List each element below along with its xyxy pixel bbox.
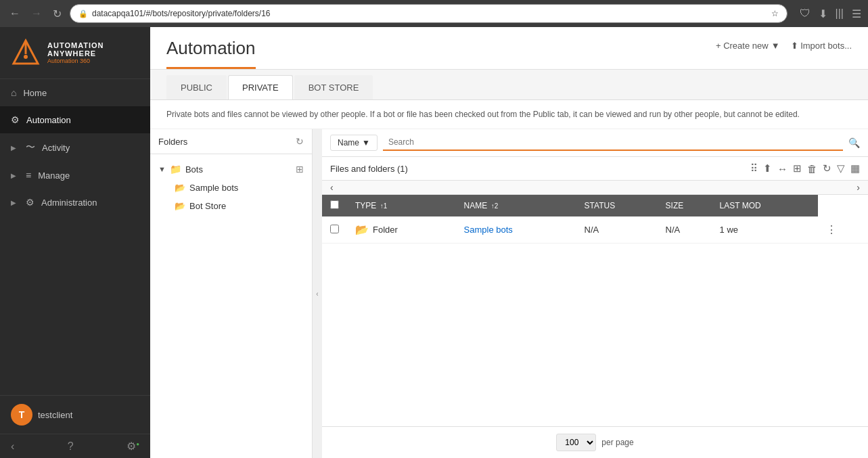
user-name: testclient <box>38 410 72 420</box>
help-icon[interactable]: ? <box>68 440 74 453</box>
multiselect-icon[interactable]: ⠿ <box>750 162 758 175</box>
scroll-row: ‹ › <box>322 181 868 195</box>
bot-store-folder-icon: 📂 <box>175 201 185 211</box>
tabs-row: PUBLIC PRIVATE BOT STORE <box>150 70 868 100</box>
sidebar-item-administration[interactable]: ▶ ⚙ Administration <box>0 189 150 216</box>
name-sort-label: Name <box>338 138 359 147</box>
row-status-cell: N/A <box>576 216 658 244</box>
status-icon[interactable]: ⚙● <box>127 440 139 453</box>
logo-line2: ANYWHERE <box>47 49 104 58</box>
per-page-label: per page <box>601 438 633 447</box>
search-input[interactable] <box>383 135 843 151</box>
library-icon[interactable]: ||| <box>836 7 844 20</box>
row-checkbox[interactable] <box>330 225 339 233</box>
reload-button[interactable]: ↻ <box>50 5 64 23</box>
delete-icon[interactable]: 🗑 <box>807 163 817 175</box>
admin-icon: ⚙ <box>26 197 35 208</box>
row-checkbox-cell <box>322 216 347 244</box>
admin-expand-arrow: ▶ <box>11 199 16 206</box>
logo-area: AUTOMATION ANYWHERE Automation 360 <box>0 27 150 79</box>
row-actions-cell: ⋮ <box>818 216 868 244</box>
sidebar-item-activity[interactable]: ▶ 〜 Activity <box>0 133 150 162</box>
bots-expand-icon: ▼ <box>158 165 166 173</box>
shield-icon[interactable]: 🛡 <box>800 7 810 20</box>
row-size-cell: N/A <box>658 216 712 244</box>
sample-bots-folder-label: Sample bots <box>189 183 238 193</box>
files-actions: ⠿ ⬆ ↔ ⊞ 🗑 ↻ ▽ ▦ <box>750 162 860 175</box>
status-header[interactable]: STATUS <box>576 195 658 216</box>
filter-icon[interactable]: ⊞ <box>793 162 802 175</box>
collapse-sidebar-icon[interactable]: ‹ <box>11 440 14 453</box>
address-bar[interactable]: 🔒 datacapqa101/#/bots/repository/private… <box>70 4 787 23</box>
move-icon[interactable]: ↔ <box>777 163 787 175</box>
sidebar-bottom-bar: ‹ ? ⚙● <box>0 434 150 458</box>
files-count-bar: Files and folders (1) ⠿ ⬆ ↔ ⊞ 🗑 ↻ ▽ ▦ <box>322 157 868 181</box>
create-new-dropdown-icon: ▼ <box>771 41 780 51</box>
create-new-button[interactable]: + Create new ▼ <box>716 41 780 51</box>
folder-item-sample-bots[interactable]: 📂 Sample bots <box>150 179 312 197</box>
sidebar-item-automation[interactable]: ⚙ Automation <box>0 106 150 133</box>
sidebar: AUTOMATION ANYWHERE Automation 360 ⌂ Hom… <box>0 27 150 458</box>
tab-public[interactable]: PUBLIC <box>166 75 227 99</box>
sidebar-item-label-home: Home <box>23 88 47 98</box>
back-button[interactable]: ← <box>7 5 23 22</box>
row-lastmod-cell: 1 we <box>712 216 818 244</box>
sidebar-item-label-activity: Activity <box>42 143 70 153</box>
type-header[interactable]: TYPE ↑1 <box>347 195 456 216</box>
scroll-right-arrow[interactable]: › <box>856 182 860 193</box>
folders-refresh-icon[interactable]: ↻ <box>296 136 304 147</box>
bot-store-folder-label: Bot Store <box>189 201 226 211</box>
folders-tree: ▼ 📁 Bots ⊞ 📂 Sample bots 📂 Bot Store <box>150 154 312 458</box>
select-all-checkbox[interactable] <box>330 200 339 209</box>
size-header[interactable]: SIZE <box>658 195 712 216</box>
name-sort-dropdown-icon: ▼ <box>362 138 370 147</box>
row-name-cell[interactable]: Sample bots <box>456 216 576 244</box>
aa-logo <box>11 38 41 68</box>
table-row: 📂 Folder Sample bots N/A <box>322 216 868 244</box>
user-avatar: T <box>11 404 32 426</box>
name-sort-button[interactable]: Name ▼ <box>330 135 378 151</box>
name-header[interactable]: NAME ↑2 <box>456 195 576 216</box>
download-icon[interactable]: ⬇ <box>819 7 827 20</box>
tab-bot-store[interactable]: BOT STORE <box>294 75 373 99</box>
new-folder-icon[interactable]: ⊞ <box>296 164 304 175</box>
bookmark-icon[interactable]: ☆ <box>771 9 779 18</box>
sample-bots-folder-icon: 📂 <box>175 183 185 193</box>
row-more-actions-icon[interactable]: ⋮ <box>826 224 837 235</box>
bots-folder-icon: 📁 <box>170 164 181 175</box>
forward-button[interactable]: → <box>28 5 45 22</box>
svg-point-2 <box>24 55 28 59</box>
folders-header: Folders ↻ <box>150 129 312 154</box>
scroll-left-arrow[interactable]: ‹ <box>330 182 334 193</box>
sidebar-item-home[interactable]: ⌂ Home <box>0 79 150 106</box>
tab-private[interactable]: PRIVATE <box>228 75 293 99</box>
manage-expand-arrow: ▶ <box>11 172 16 179</box>
header-actions: + Create new ▼ ⬆ Import bots... <box>716 38 852 51</box>
info-banner: Private bots and files cannot be viewed … <box>150 100 868 129</box>
sidebar-item-manage[interactable]: ▶ ≡ Manage <box>0 162 150 189</box>
row-type-cell: 📂 Folder <box>347 216 456 244</box>
panel-collapse-arrow[interactable]: ‹ <box>313 129 322 458</box>
upload-icon[interactable]: ⬆ <box>763 162 772 175</box>
import-bots-label: ⬆ Import bots... <box>791 41 852 51</box>
refresh-icon[interactable]: ↻ <box>823 162 831 175</box>
folders-title: Folders <box>158 137 187 147</box>
browser-chrome: ← → ↻ 🔒 datacapqa101/#/bots/repository/p… <box>0 0 868 27</box>
grid-view-icon[interactable]: ▦ <box>850 162 860 175</box>
menu-icon[interactable]: ☰ <box>852 7 861 20</box>
table-body: 📂 Folder Sample bots N/A <box>322 216 868 244</box>
files-panel: Name ▼ 🔍 Files and folders (1) ⠿ ⬆ <box>322 129 868 458</box>
bots-folder-label: Bots <box>185 164 203 175</box>
lastmod-header[interactable]: LAST MOD <box>712 195 818 216</box>
security-icon: 🔒 <box>78 9 88 18</box>
folder-item-bot-store[interactable]: 📂 Bot Store <box>150 197 312 215</box>
folder-item-bots[interactable]: ▼ 📁 Bots ⊞ <box>150 160 312 179</box>
sidebar-footer: T testclient <box>0 395 150 434</box>
per-page-select[interactable]: 10 25 50 100 <box>556 434 596 451</box>
filter2-icon[interactable]: ▽ <box>837 162 845 175</box>
row-folder-icon: 📂 <box>355 223 369 236</box>
pagination-bar: 10 25 50 100 per page <box>322 426 868 458</box>
import-bots-button[interactable]: ⬆ Import bots... <box>791 41 852 51</box>
body-area: Folders ↻ ▼ 📁 Bots ⊞ 📂 Sample bots <box>150 129 868 458</box>
nav-items: ⌂ Home ⚙ Automation ▶ 〜 Activity ▶ ≡ Man… <box>0 79 150 395</box>
